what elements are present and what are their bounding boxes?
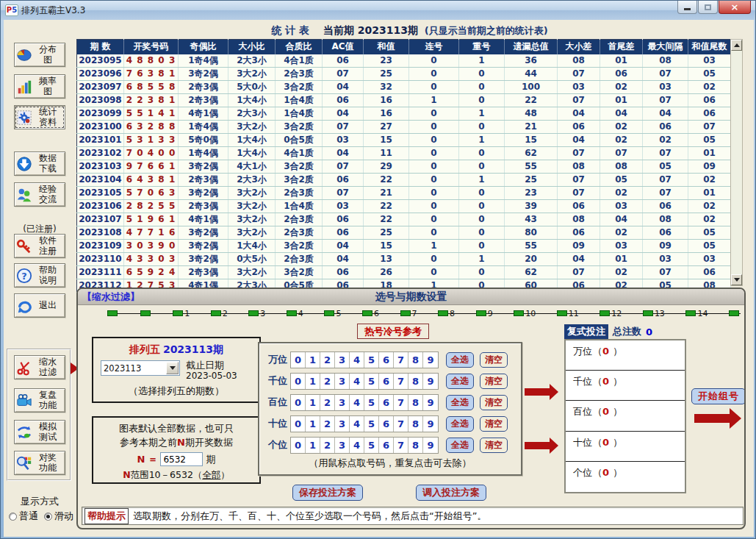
digit-button[interactable]: 2: [320, 374, 335, 389]
stats-row[interactable]: 20231075 1 9 6 14奇1偶 3大2小2合3质06 2200 430…: [77, 213, 731, 226]
table-scrollbar[interactable]: [730, 39, 743, 286]
sidebar-button-distribution[interactable]: 分布 图: [14, 43, 65, 67]
ruler-mark[interactable]: 3: [248, 307, 265, 319]
digit-button[interactable]: 2: [320, 395, 335, 410]
sidebar-button-help[interactable]: ? 帮助 说明: [14, 263, 65, 288]
sidebar-button-check-prize[interactable]: 对奖 功能: [14, 451, 65, 475]
stats-row[interactable]: 20231055 7 0 6 33奇2偶 3大2小2合3质07 2100 230…: [77, 186, 731, 199]
digit-button[interactable]: 7: [394, 438, 408, 453]
digit-button[interactable]: 3: [335, 374, 350, 389]
digit-button[interactable]: 3: [335, 438, 350, 453]
clear-button-ge[interactable]: 清空: [480, 438, 508, 453]
hot-cold-reference-button[interactable]: 热号冷号参考: [357, 324, 429, 339]
digit-button[interactable]: 8: [408, 352, 423, 368]
sidebar-button-download[interactable]: 数据 下载: [14, 151, 65, 176]
digit-button[interactable]: 9: [423, 374, 438, 389]
sidebar-button-exit[interactable]: 退出: [14, 293, 65, 318]
ruler-mark[interactable]: 12: [600, 307, 622, 319]
digit-button[interactable]: 3: [335, 352, 350, 368]
stats-row[interactable]: 20230967 6 3 8 13奇2偶 3大2小2合3质07 2500 440…: [77, 67, 731, 80]
digit-button[interactable]: 6: [379, 395, 394, 410]
select-all-button-shi[interactable]: 全选: [446, 416, 474, 432]
ruler-mark[interactable]: 11: [557, 307, 579, 319]
digit-button[interactable]: 7: [394, 352, 408, 368]
digit-button[interactable]: 6: [379, 438, 394, 453]
digit-button[interactable]: 5: [364, 416, 379, 432]
digit-button[interactable]: 4: [350, 395, 364, 410]
ruler-mark[interactable]: 9: [476, 307, 493, 319]
digit-button[interactable]: 7: [394, 374, 408, 389]
digit-button[interactable]: 0: [291, 395, 306, 410]
digit-button[interactable]: 2: [320, 438, 335, 453]
period-ruler[interactable]: 1 2 3 4: [107, 307, 741, 319]
select-all-button-ge[interactable]: 全选: [446, 438, 474, 453]
digit-button[interactable]: 1: [306, 374, 320, 389]
sidebar-button-statistics[interactable]: 统计 资料: [14, 105, 65, 129]
digit-button[interactable]: 4: [350, 438, 364, 453]
digit-button[interactable]: 1: [306, 416, 320, 432]
digit-button[interactable]: 6: [379, 374, 394, 389]
ruler-mark[interactable]: 10: [514, 307, 536, 319]
sidebar-button-frequency[interactable]: 频率 图: [14, 74, 65, 99]
period-dropdown[interactable]: 2023113: [101, 360, 180, 376]
stats-row[interactable]: 20231104 3 3 0 33奇2偶 0大5小2合3质04 1301 200…: [77, 252, 731, 265]
digit-button[interactable]: 1: [306, 438, 320, 453]
digit-button[interactable]: 0: [291, 416, 306, 432]
chevron-down-icon[interactable]: [166, 362, 179, 374]
ruler-mark[interactable]: 2: [211, 307, 228, 319]
digit-button[interactable]: 8: [408, 416, 423, 432]
radio-slide[interactable]: 滑动: [44, 510, 73, 523]
stats-row[interactable]: 20231027 0 4 0 01奇4偶 1大4小4合1质04 1100 620…: [77, 146, 731, 160]
digit-button[interactable]: 9: [423, 352, 438, 368]
digit-button[interactable]: 3: [335, 395, 350, 410]
digit-button[interactable]: 0: [291, 352, 306, 368]
ruler-mark[interactable]: 5: [324, 307, 341, 319]
stats-row[interactable]: 20231015 3 1 3 35奇0偶 1大4小0合5质03 1501 150…: [77, 133, 731, 146]
stats-row[interactable]: 20230982 2 3 8 12奇3偶 1大4小1合4质06 1610 220…: [77, 93, 731, 107]
digit-button[interactable]: 7: [394, 395, 408, 410]
digit-button[interactable]: 8: [408, 374, 423, 389]
clear-button-wan[interactable]: 清空: [480, 352, 508, 368]
digit-button[interactable]: 4: [350, 352, 364, 368]
scroll-up-button[interactable]: [731, 40, 742, 51]
stats-row[interactable]: 20231062 8 2 5 52奇3偶 3大2小1合4质03 2200 390…: [77, 199, 731, 213]
ruler-mark[interactable]: 13: [643, 307, 665, 319]
stats-row[interactable]: 20231084 7 7 1 63奇2偶 3大2小2合3质06 2500 800…: [77, 226, 731, 239]
digit-button[interactable]: 1: [306, 395, 320, 410]
digit-button[interactable]: 8: [408, 395, 423, 410]
digit-button[interactable]: 8: [408, 438, 423, 453]
digit-button[interactable]: 5: [364, 395, 379, 410]
save-plan-button[interactable]: 保存投注方案: [292, 485, 363, 501]
tab-compound-bet[interactable]: 复式投注: [564, 324, 608, 339]
digit-button[interactable]: 6: [379, 416, 394, 432]
ruler-mark[interactable]: [107, 307, 119, 319]
load-plan-button[interactable]: 调入投注方案: [416, 485, 486, 501]
digit-button[interactable]: 9: [423, 416, 438, 432]
ruler-mark[interactable]: 8: [438, 307, 455, 319]
n-period-input[interactable]: [160, 452, 203, 466]
maximize-button[interactable]: [698, 1, 718, 14]
stats-row[interactable]: 20231046 4 3 8 12奇3偶 2大3小3合2质06 2201 250…: [77, 173, 731, 186]
digit-button[interactable]: 1: [306, 352, 320, 368]
stats-row[interactable]: 20230995 5 1 4 14奇1偶 2大3小1合4质04 1601 480…: [77, 107, 731, 120]
select-all-button-qian[interactable]: 全选: [446, 374, 474, 389]
digit-button[interactable]: 0: [291, 374, 306, 389]
start-combine-button[interactable]: 开始组号: [691, 388, 746, 404]
sidebar-button-replay[interactable]: 复盘 功能: [14, 388, 65, 413]
select-all-button-bai[interactable]: 全选: [446, 395, 474, 410]
digit-button[interactable]: 9: [423, 395, 438, 410]
ruler-mark[interactable]: 6: [362, 307, 379, 319]
sidebar-button-forum[interactable]: 经验 交流: [14, 182, 65, 207]
ruler-mark[interactable]: 4: [287, 307, 303, 319]
stats-row[interactable]: 20231093 0 3 9 03奇2偶 1大4小3合2质04 1510 550…: [77, 239, 731, 252]
ruler-mark[interactable]: [140, 307, 152, 319]
digit-button[interactable]: 6: [379, 352, 394, 368]
ruler-mark[interactable]: [729, 307, 741, 319]
stats-row[interactable]: 20230976 8 5 5 82奇3偶 5大0小3合2质04 3200 100…: [77, 80, 731, 93]
sidebar-button-shrink-filter[interactable]: 缩水 过滤: [14, 355, 65, 379]
digit-button[interactable]: 3: [335, 416, 350, 432]
digit-button[interactable]: 5: [364, 438, 379, 453]
stats-row[interactable]: 20231116 5 9 2 42奇3偶 3大2小3合2质06 2600 620…: [77, 265, 731, 279]
ruler-mark[interactable]: 1: [173, 307, 190, 319]
radio-normal[interactable]: 普通: [9, 510, 38, 523]
